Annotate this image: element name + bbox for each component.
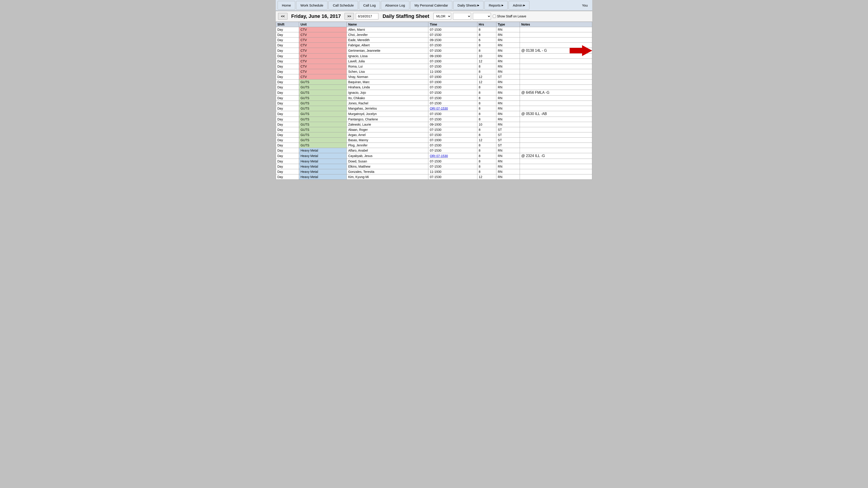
table-row: DayCTVEade, Meredith09-15306RN (276, 37, 592, 43)
notes-cell (520, 85, 592, 90)
shift-cell: Day (276, 32, 299, 37)
shift-cell: Day (276, 74, 299, 79)
shift-cell: Day (276, 159, 299, 164)
nav-item-reports[interactable]: Reports▶ (485, 1, 508, 10)
hrs-cell: 8 (477, 64, 496, 69)
time-cell: 07-1530 (428, 174, 477, 180)
page-title: Daily Staffing Sheet (380, 13, 432, 19)
link-text[interactable]: ORI 07-1530 (430, 107, 448, 110)
show-leave-label[interactable]: Show Staff on Leave (493, 14, 526, 18)
hrs-cell: 8 (477, 117, 496, 122)
time-cell: 07-1530 (428, 64, 477, 69)
unit-cell: GUTS (299, 106, 347, 111)
unit-cell: Heavy Metal (299, 153, 347, 159)
unit-cell: GUTS (299, 79, 347, 85)
hrs-cell: 8 (477, 169, 496, 174)
shift-cell: Day (276, 174, 299, 180)
hrs-cell: 12 (477, 174, 496, 180)
time-cell: 07-1530 (428, 90, 477, 96)
shift-cell: Day (276, 64, 299, 69)
type-cell: RN (496, 153, 520, 159)
shift-cell: Day (276, 138, 299, 143)
facility-dropdown[interactable]: MLOR (433, 13, 451, 20)
col-header-type: Type (496, 22, 520, 27)
date-input[interactable] (356, 13, 378, 20)
shift-cell: Day (276, 164, 299, 169)
table-row: DayCTVGertmenian, Jeannette07-15308RN@ 0… (276, 48, 592, 54)
time-cell: 07-1530 (428, 96, 477, 101)
time-cell[interactable]: ORI 07-1530 (428, 106, 477, 111)
type-cell: RN (496, 164, 520, 169)
link-text[interactable]: ORI 07-1530 (430, 154, 448, 158)
nav-item-my-personal-calendar[interactable]: My Personal Calendar (410, 1, 452, 10)
type-cell: ST (496, 74, 520, 79)
table-row: DayCTVRoma, Lui07-15308RN (276, 64, 592, 69)
notes-cell (520, 174, 592, 180)
arrow-annotation (569, 45, 592, 56)
table-row: DayCTVFabrigar, Albert07-15308RN (276, 43, 592, 48)
hrs-cell: 10 (477, 54, 496, 59)
hrs-cell: 8 (477, 148, 496, 153)
filter-dropdown-3[interactable] (473, 13, 491, 20)
nav-item-home[interactable]: Home (278, 1, 295, 10)
type-cell: ST (496, 143, 520, 148)
shift-cell: Day (276, 37, 299, 43)
name-cell: Fabrigar, Albert (347, 43, 428, 48)
nav-user: You (579, 0, 591, 11)
notes-cell (520, 132, 592, 138)
next-date-button[interactable]: >> (344, 13, 354, 20)
time-cell: 07-1930 (428, 79, 477, 85)
nav-item-call-schedule[interactable]: Call Schedule (329, 1, 358, 10)
filter-dropdown-2[interactable] (453, 13, 471, 20)
shift-cell: Day (276, 117, 299, 122)
type-cell: RN (496, 48, 520, 54)
hrs-cell: 8 (477, 132, 496, 138)
time-cell: 07-1930 (428, 138, 477, 143)
name-cell: Jones, Rachel (347, 101, 428, 106)
time-cell: 07-1530 (428, 164, 477, 169)
name-cell: Ignacio, Jojo (347, 90, 428, 96)
time-cell: 11-1930 (428, 69, 477, 74)
table-row: DayGUTSBasas, Manny07-193012ST (276, 138, 592, 143)
time-cell: 07-1530 (428, 127, 477, 132)
name-cell: Plog, Jennifer (347, 143, 428, 148)
app-container: HomeWork ScheduleCall ScheduleCall LogAb… (276, 0, 592, 180)
col-header-unit: Unit (299, 22, 347, 27)
table-row: DayGUTSArgao, Arnel07-15308ST (276, 132, 592, 138)
type-cell: RN (496, 85, 520, 90)
nav-item-admin[interactable]: Admin▶ (508, 1, 530, 10)
name-cell: Dowd, Susan (347, 159, 428, 164)
col-header-time: Time (428, 22, 477, 27)
show-leave-checkbox[interactable] (493, 15, 496, 18)
notes-cell (520, 127, 592, 132)
nav-item-daily-sheets[interactable]: Daily Sheets▶ (453, 1, 484, 10)
hrs-cell: 10 (477, 122, 496, 127)
hrs-cell: 8 (477, 127, 496, 132)
nav-item-work-schedule[interactable]: Work Schedule (296, 1, 328, 10)
type-cell: RN (496, 69, 520, 74)
nav-item-call-log[interactable]: Call Log (359, 1, 380, 10)
type-cell: RN (496, 111, 520, 117)
type-cell: RN (496, 54, 520, 59)
type-cell: RN (496, 59, 520, 64)
nav-item-absence-log[interactable]: Absence Log (381, 1, 409, 10)
time-cell: 07-1530 (428, 111, 477, 117)
col-header-shift: Shift (276, 22, 299, 27)
time-cell[interactable]: ORI 07-1530 (428, 153, 477, 159)
table-row: DayHeavy MetalDowd, Susan07-15308RN (276, 159, 592, 164)
table-row: DayCTVSchen, Lisa11-19308RN (276, 69, 592, 74)
unit-cell: GUTS (299, 138, 347, 143)
name-cell: Eade, Meredith (347, 37, 428, 43)
notes-cell (520, 138, 592, 143)
notes-cell (520, 159, 592, 164)
time-cell: 09-1930 (428, 122, 477, 127)
name-cell: Mangahas, Jerrielou (347, 106, 428, 111)
name-cell: Allen, Marni (347, 27, 428, 32)
prev-date-button[interactable]: << (278, 13, 287, 20)
notes-cell (520, 69, 592, 74)
notes-cell: @ 2324 ILL -G (520, 153, 592, 159)
hrs-cell: 12 (477, 138, 496, 143)
col-header-name: Name (347, 22, 428, 27)
type-cell: RN (496, 43, 520, 48)
shift-cell: Day (276, 127, 299, 132)
